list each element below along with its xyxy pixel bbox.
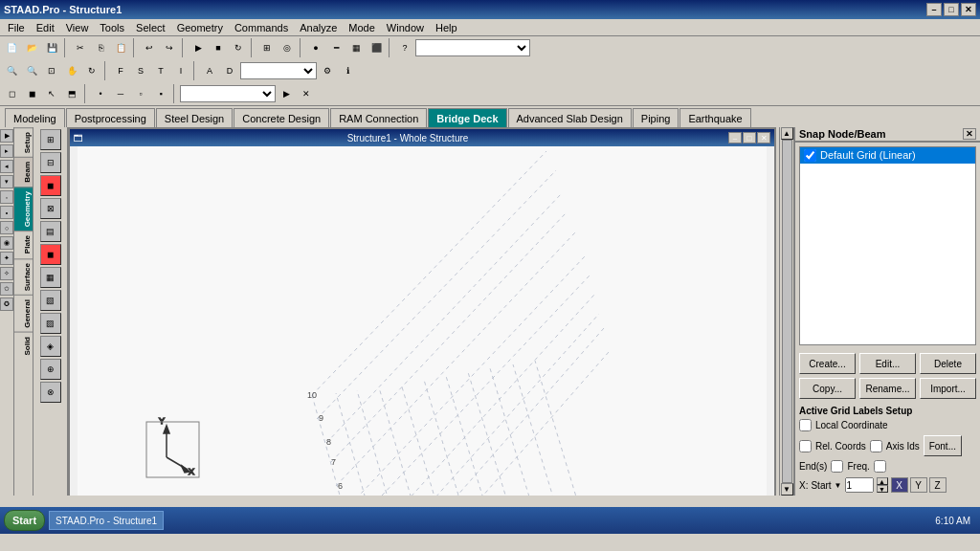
left-icon-8[interactable]: ◉ — [0, 236, 13, 250]
tb-undo[interactable]: ↩ — [140, 38, 159, 57]
rel-coords-checkbox[interactable] — [799, 440, 812, 452]
tb-filter-apply[interactable]: ▶ — [277, 84, 296, 103]
left-icon-11[interactable]: ✩ — [0, 282, 13, 296]
menu-commands[interactable]: Commands — [229, 21, 294, 34]
vert-tab-setup[interactable]: Setup — [14, 127, 33, 157]
axis-ids-checkbox[interactable] — [870, 440, 882, 452]
tab-postprocessing[interactable]: Postprocessing — [66, 108, 155, 127]
left-icon-2[interactable]: ▸ — [0, 144, 13, 158]
geom-icon-3[interactable]: ◼ — [40, 175, 61, 196]
geom-icon-12[interactable]: ⊗ — [40, 382, 61, 403]
left-icon-9[interactable]: ✦ — [0, 252, 13, 265]
tb-help[interactable]: ? — [395, 38, 414, 57]
tab-earthquake[interactable]: Earthquake — [679, 108, 750, 127]
tb-copy[interactable]: ⎘ — [91, 38, 110, 57]
tb-plate[interactable]: ▦ — [346, 38, 366, 57]
tb-paste[interactable]: 📋 — [111, 38, 130, 57]
tb-iso[interactable]: I — [171, 61, 190, 80]
tab-steel-design[interactable]: Steel Design — [156, 108, 233, 127]
scroll-down-btn[interactable]: ▼ — [781, 483, 793, 496]
tb-deselect[interactable]: ◼ — [22, 84, 41, 103]
tb-refresh[interactable]: ↻ — [229, 38, 248, 57]
menu-help[interactable]: Help — [430, 21, 463, 34]
axis-x-btn[interactable]: X — [891, 477, 908, 493]
tb-rotate[interactable]: ↻ — [82, 61, 101, 80]
menu-edit[interactable]: Edit — [31, 21, 60, 34]
tb-cut[interactable]: ✂ — [71, 38, 90, 57]
geom-icon-7[interactable]: ▦ — [40, 267, 61, 288]
tb-node[interactable]: ● — [306, 38, 325, 57]
freq-checkbox[interactable] — [874, 460, 886, 473]
vert-tab-beam[interactable]: Beam — [14, 157, 33, 187]
maximize-button[interactable]: □ — [944, 3, 959, 16]
struct-content[interactable]: 0 1 2 3 4 5 6 7 8 9 10 0 — [70, 146, 774, 496]
tb-filter-combo[interactable] — [180, 85, 276, 102]
tab-advanced-slab[interactable]: Advanced Slab Design — [508, 108, 632, 127]
menu-window[interactable]: Window — [381, 21, 430, 34]
tb-filter-clear[interactable]: ✕ — [297, 84, 316, 103]
geom-icon-1[interactable]: ⊞ — [40, 129, 61, 150]
tb-save[interactable]: 💾 — [42, 38, 61, 57]
geom-icon-4[interactable]: ⊠ — [40, 198, 61, 219]
left-icon-3[interactable]: ◂ — [0, 160, 13, 173]
local-coord-checkbox[interactable] — [799, 419, 812, 431]
step-up[interactable]: ▲ — [877, 477, 888, 485]
snap-delete-btn[interactable]: Delete — [920, 353, 976, 374]
snap-rename-btn[interactable]: Rename... — [859, 378, 916, 399]
tb-solid[interactable]: ⬛ — [367, 38, 386, 57]
tb-front[interactable]: F — [111, 61, 130, 80]
tb-diag[interactable]: D — [220, 61, 239, 80]
ends-checkbox[interactable] — [831, 460, 843, 473]
tab-piping[interactable]: Piping — [633, 108, 679, 127]
vert-tab-solid[interactable]: Solid — [14, 332, 33, 360]
left-icon-1[interactable]: ▶ — [0, 129, 13, 143]
geom-icon-11[interactable]: ⊕ — [40, 359, 61, 380]
minimize-button[interactable]: – — [926, 3, 942, 16]
snap-import-btn[interactable]: Import... — [920, 378, 976, 399]
step-down[interactable]: ▼ — [877, 485, 888, 493]
vert-tab-plate[interactable]: Plate — [14, 231, 33, 257]
tab-bridge-deck[interactable]: Bridge Deck — [428, 108, 506, 127]
tb-section-combo[interactable] — [415, 39, 530, 56]
tb-invert[interactable]: ⬒ — [62, 84, 81, 103]
left-icon-7[interactable]: ○ — [0, 221, 13, 234]
tab-concrete-design[interactable]: Concrete Design — [234, 108, 329, 127]
scroll-up-btn[interactable]: ▲ — [781, 127, 793, 140]
left-icon-4[interactable]: ▾ — [0, 175, 13, 188]
tab-modeling[interactable]: Modeling — [5, 108, 65, 127]
struct-minimize[interactable]: – — [728, 132, 742, 143]
menu-analyze[interactable]: Analyze — [294, 21, 343, 34]
snap-create-btn[interactable]: Create... — [799, 353, 856, 374]
tb-info[interactable]: ℹ — [338, 61, 357, 80]
vert-tab-geometry[interactable]: Geometry — [14, 187, 33, 231]
tb-redo[interactable]: ↪ — [160, 38, 179, 57]
struct-close[interactable]: ✕ — [757, 132, 770, 143]
tb-cursor[interactable]: ↖ — [42, 84, 61, 103]
geom-icon-10[interactable]: ◈ — [40, 336, 61, 357]
tb-zoom-in[interactable]: 🔍 — [2, 61, 21, 80]
tb-select-all[interactable]: ◻ — [2, 84, 21, 103]
axis-z-btn[interactable]: Z — [929, 477, 947, 493]
struct-maximize[interactable]: □ — [743, 132, 756, 143]
geom-icon-9[interactable]: ▨ — [40, 313, 61, 334]
tb-open[interactable]: 📂 — [22, 38, 41, 57]
tb-grid[interactable]: ⊞ — [257, 38, 277, 57]
tb-label[interactable]: A — [200, 61, 219, 80]
tb-snap[interactable]: ◎ — [278, 38, 297, 57]
vert-tab-surface[interactable]: Surface — [14, 258, 33, 295]
snap-edit-btn[interactable]: Edit... — [859, 353, 916, 374]
tb-solid-sel[interactable]: ▪ — [151, 84, 170, 103]
tb-zoom-out[interactable]: 🔍 — [22, 61, 41, 80]
start-button[interactable]: Start — [4, 510, 45, 531]
menu-select[interactable]: Select — [130, 21, 171, 34]
tab-ram-connection[interactable]: RAM Connection — [330, 108, 427, 127]
tb-beams-sel[interactable]: ─ — [111, 84, 130, 103]
snap-item-checkbox[interactable] — [804, 149, 816, 162]
tb-beam[interactable]: ━ — [326, 38, 345, 57]
tb-side[interactable]: S — [131, 61, 150, 80]
menu-geometry[interactable]: Geometry — [171, 21, 229, 34]
tb-new[interactable]: 📄 — [2, 38, 21, 57]
left-icon-10[interactable]: ✧ — [0, 267, 13, 280]
taskbar-app-item[interactable]: STAAD.Pro - Structure1 — [49, 511, 164, 530]
font-btn[interactable]: Font... — [924, 435, 962, 456]
